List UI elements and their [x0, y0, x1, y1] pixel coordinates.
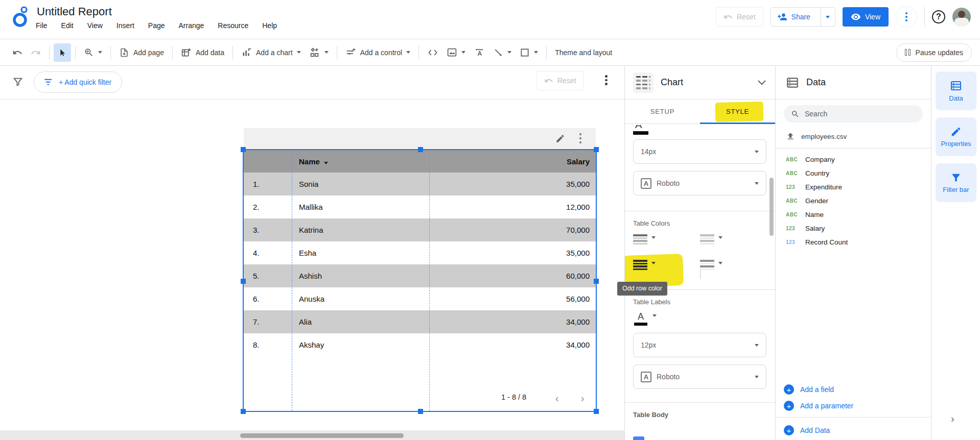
shape-tool[interactable]	[516, 43, 542, 62]
table-labels-label: Table Labels	[633, 298, 775, 306]
labels-font-size-select[interactable]: 12px	[633, 333, 766, 357]
table-row: 4.Esha35,000	[244, 241, 596, 264]
share-button[interactable]: Share	[771, 7, 835, 27]
selection-handle[interactable]	[418, 409, 423, 414]
undo-button[interactable]	[8, 43, 27, 62]
add-page-icon	[119, 47, 129, 58]
panel-scrollbar[interactable]	[769, 178, 774, 236]
field-gender[interactable]: ABCGender	[776, 194, 931, 208]
data-source[interactable]: employees.csv	[786, 132, 931, 141]
filter-funnel-icon[interactable]	[12, 76, 24, 87]
selection-handle[interactable]	[594, 279, 599, 284]
share-dropdown-caret[interactable]	[821, 8, 835, 26]
field-country[interactable]: ABCCountry	[776, 166, 931, 180]
labels-font-color-control[interactable]: A	[634, 312, 775, 326]
header-divider	[924, 7, 925, 27]
chevron-down-icon[interactable]	[758, 80, 766, 85]
filter-reset-button[interactable]: Reset	[536, 71, 584, 90]
chart-kebab-icon[interactable]	[579, 133, 582, 144]
embed-tool[interactable]	[423, 43, 442, 62]
report-title[interactable]: Untitled Report	[37, 5, 112, 18]
image-tool[interactable]	[442, 43, 470, 62]
person-add-icon	[777, 12, 787, 22]
column-header-name[interactable]: Name	[292, 157, 429, 166]
filter-bar-kebab-icon[interactable]	[605, 75, 608, 85]
text-tool[interactable]	[470, 43, 489, 62]
page-prev-icon[interactable]: ‹	[549, 390, 565, 406]
kebab-icon	[905, 12, 907, 21]
community-visualizations-button[interactable]	[305, 43, 333, 62]
menu-help[interactable]: Help	[262, 21, 277, 30]
menu-file[interactable]: File	[36, 21, 48, 30]
field-salary[interactable]: 123Salary	[776, 222, 931, 235]
redo-button[interactable]	[27, 43, 45, 62]
line-tool[interactable]	[489, 43, 516, 62]
reset-button[interactable]: Reset	[716, 7, 763, 27]
view-button[interactable]: View	[843, 7, 889, 27]
add-quick-filter-button[interactable]: + Add quick filter	[34, 71, 122, 93]
looker-studio-logo	[12, 5, 30, 29]
field-expenditure[interactable]: 123Expenditure	[776, 180, 931, 194]
add-a-parameter-button[interactable]: + Add a parameter	[776, 398, 931, 414]
add-data-button-bottom[interactable]: + Add Data	[776, 421, 931, 440]
odd-row-color-picker[interactable]	[633, 260, 700, 277]
selection-handle[interactable]	[594, 409, 599, 414]
menu-insert[interactable]: Insert	[116, 21, 134, 30]
menu-resource[interactable]: Resource	[218, 21, 248, 30]
page-next-icon[interactable]: ›	[575, 390, 590, 406]
collapse-panel-chevron-icon[interactable]: ›	[951, 413, 954, 425]
labels-font-family-select[interactable]: A Roboto	[633, 364, 766, 389]
selection-handle[interactable]	[594, 147, 599, 152]
rail-filter-bar-button[interactable]: Filter bar	[936, 163, 976, 202]
select-tool[interactable]	[54, 43, 71, 62]
even-row-color-picker[interactable]	[700, 260, 767, 277]
rectangle-icon	[520, 47, 530, 58]
panel-tabs: SETUP STYLE	[625, 100, 775, 124]
edit-pencil-icon[interactable]	[555, 134, 565, 143]
selection-handle[interactable]	[241, 147, 246, 152]
field-company[interactable]: ABCCompany	[776, 153, 931, 166]
help-icon[interactable]: ?	[932, 10, 945, 23]
add-a-field-button[interactable]: + Add a field	[776, 381, 931, 398]
rail-data-button[interactable]: Data	[936, 71, 976, 110]
header-font-color-picker[interactable]	[700, 234, 767, 252]
avatar[interactable]	[952, 8, 971, 26]
header-font-color-control[interactable]: A	[633, 125, 664, 135]
add-data-button[interactable]: Add data	[177, 43, 228, 62]
add-page-button[interactable]: Add page	[115, 43, 168, 62]
code-icon	[427, 47, 438, 58]
menu-view[interactable]: View	[87, 21, 103, 30]
table-row: 8.Akshay34,000	[244, 333, 596, 356]
plus-circle-icon: +	[784, 401, 794, 411]
menu-arrange[interactable]: Arrange	[179, 21, 204, 30]
field-name[interactable]: ABCName	[776, 208, 931, 222]
data-panel: Data Search employees.csv ABCCompany ABC…	[775, 66, 931, 440]
pause-updates-button[interactable]: Pause updates	[896, 43, 972, 62]
field-record-count[interactable]: 123Record Count	[776, 235, 931, 249]
menu-edit[interactable]: Edit	[61, 21, 74, 30]
search-input[interactable]: Search	[784, 105, 923, 123]
horizontal-scrollbar[interactable]	[240, 433, 404, 438]
table-chart-type-icon[interactable]	[633, 72, 654, 93]
table-header-row: Name Salary	[244, 150, 596, 173]
rail-properties-button[interactable]: Properties	[936, 117, 976, 156]
selection-handle[interactable]	[418, 147, 423, 152]
toolbar: Add page Add data Add a chart Add a cont…	[0, 39, 980, 66]
zoom-tool[interactable]	[80, 43, 106, 62]
text-icon	[474, 47, 485, 58]
header-font-family-select[interactable]: A Roboto	[633, 171, 766, 195]
header-font-size-select[interactable]: 14px	[633, 139, 766, 164]
odd-row-color-tooltip: Odd row color	[617, 282, 667, 296]
selection-handle[interactable]	[241, 409, 246, 414]
tab-style[interactable]: STYLE	[700, 100, 775, 124]
more-options-button[interactable]	[896, 6, 917, 28]
selection-handle[interactable]	[241, 279, 246, 284]
tab-setup[interactable]: SETUP	[625, 100, 700, 124]
table-chart[interactable]: Name Salary 1.Sonia35,000 2.Mallika12,00…	[244, 150, 596, 411]
theme-and-layout-button[interactable]: Theme and layout	[551, 43, 616, 62]
menu-page[interactable]: Page	[148, 21, 165, 30]
add-control-button[interactable]: Add a control	[341, 43, 415, 62]
column-header-salary[interactable]: Salary	[429, 157, 596, 166]
header-color-picker[interactable]	[633, 234, 700, 252]
add-chart-button[interactable]: Add a chart	[237, 43, 305, 62]
